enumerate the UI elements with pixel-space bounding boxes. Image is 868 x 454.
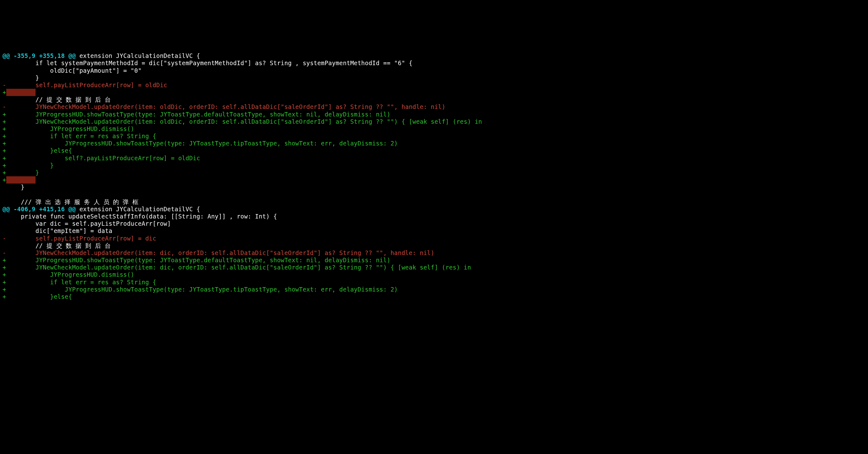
- diff-line[interactable]: + if let err = res as? String {: [2, 133, 866, 140]
- diff-line[interactable]: + JYProgressHUD.showToastType(type: JYTo…: [2, 286, 866, 293]
- diff-line[interactable]: + if let err = res as? String {: [2, 279, 866, 286]
- added-line: + JYNewCheckModel.updateOrder(item: dic,…: [2, 264, 471, 271]
- removed-line: - self.payListProduceArr[row] = dic: [2, 235, 156, 242]
- hunk-header: @@ -406,9 +415,16 @@: [2, 206, 79, 212]
- diff-line[interactable]: // 提 交 数 据 到 后 台: [2, 242, 866, 249]
- context-line: private func updateSelectStaffInfo(data:…: [2, 213, 277, 220]
- diff-line[interactable]: + JYNewCheckModel.updateOrder(item: dic,…: [2, 264, 866, 271]
- diff-line[interactable]: [2, 191, 866, 198]
- hunk-context: extension JYCalculationDetailVC {: [79, 206, 200, 212]
- added-line: + JYProgressHUD.showToastType(type: JYTo…: [2, 257, 391, 263]
- diff-line[interactable]: dic["empItem"] = data: [2, 227, 866, 234]
- context-line: var dic = self.payListProduceArr[row]: [2, 220, 171, 227]
- added-line: + JYProgressHUD.dismiss(): [2, 271, 134, 278]
- diff-line[interactable]: }: [2, 74, 866, 82]
- removed-line: - self.payListProduceArr[row] = oldDic: [2, 82, 167, 88]
- added-line: + JYProgressHUD.showToastType(type: JYTo…: [2, 286, 398, 293]
- diff-line[interactable]: }: [2, 183, 866, 191]
- added-line: + }: [2, 169, 39, 176]
- diff-line[interactable]: if let systemPaymentMethodId = dic["syst…: [2, 59, 866, 67]
- added-line: + JYProgressHUD.showToastType(type: JYTo…: [2, 140, 398, 147]
- diff-line[interactable]: var dic = self.payListProduceArr[row]: [2, 220, 866, 227]
- diff-line[interactable]: + JYProgressHUD.showToastType(type: JYTo…: [2, 257, 866, 264]
- diff-line[interactable]: +: [2, 176, 866, 183]
- added-line: + if let err = res as? String {: [2, 279, 156, 286]
- context-line: [2, 191, 6, 198]
- diff-line[interactable]: + JYProgressHUD.showToastType(type: JYTo…: [2, 140, 866, 147]
- context-line: }: [2, 74, 39, 81]
- removed-line: - JYNewCheckModel.updateOrder(item: dic,…: [2, 249, 434, 256]
- diff-line[interactable]: + JYNewCheckModel.updateOrder(item: oldD…: [2, 118, 866, 125]
- context-line: if let systemPaymentMethodId = dic["syst…: [2, 59, 413, 66]
- diff-line[interactable]: + }: [2, 169, 866, 176]
- trailing-whitespace-marker: [6, 89, 35, 96]
- trailing-whitespace-marker: [6, 176, 35, 183]
- removed-line: - JYNewCheckModel.updateOrder(item: oldD…: [2, 103, 445, 110]
- hunk-header: @@ -355,9 +355,18 @@: [2, 52, 79, 59]
- added-line: + if let err = res as? String {: [2, 133, 156, 140]
- added-line: +: [2, 176, 6, 183]
- added-line: + self?.payListProduceArr[row] = oldDic: [2, 154, 200, 162]
- diff-line[interactable]: + JYProgressHUD.dismiss(): [2, 271, 866, 278]
- added-line: + }: [2, 162, 54, 169]
- diff-line[interactable]: oldDic["payAmount"] = "0": [2, 67, 866, 74]
- diff-line[interactable]: @@ -355,9 +355,18 @@ extension JYCalcula…: [2, 52, 866, 59]
- diff-view: @@ -355,9 +355,18 @@ extension JYCalcula…: [0, 36, 868, 310]
- diff-line[interactable]: private func updateSelectStaffInfo(data:…: [2, 213, 866, 220]
- context-line: // 提 交 数 据 到 后 台: [2, 96, 111, 103]
- diff-line[interactable]: + }else{: [2, 147, 866, 154]
- diff-line[interactable]: - self.payListProduceArr[row] = oldDic: [2, 82, 866, 89]
- diff-line[interactable]: @@ -406,9 +415,16 @@ extension JYCalcula…: [2, 206, 866, 213]
- diff-line[interactable]: + }else{: [2, 293, 866, 300]
- diff-line[interactable]: + JYProgressHUD.dismiss(): [2, 125, 866, 133]
- diff-line[interactable]: + self?.payListProduceArr[row] = oldDic: [2, 154, 866, 162]
- diff-lines-container[interactable]: @@ -355,9 +355,18 @@ extension JYCalcula…: [2, 52, 866, 300]
- added-line: + JYProgressHUD.dismiss(): [2, 125, 134, 132]
- context-line: dic["empItem"] = data: [2, 227, 112, 234]
- diff-line[interactable]: + }: [2, 162, 866, 169]
- diff-line[interactable]: /// 弹 出 选 择 服 务 人 员 的 弹 框: [2, 198, 866, 206]
- context-line: // 提 交 数 据 到 后 台: [2, 242, 111, 249]
- added-line: + }else{: [2, 293, 72, 300]
- hunk-context: extension JYCalculationDetailVC {: [79, 52, 200, 59]
- added-line: + JYNewCheckModel.updateOrder(item: oldD…: [2, 118, 482, 125]
- added-line: + }else{: [2, 147, 72, 154]
- added-line: + JYProgressHUD.showToastType(type: JYTo…: [2, 111, 391, 118]
- context-line: }: [2, 183, 25, 191]
- diff-line[interactable]: - JYNewCheckModel.updateOrder(item: dic,…: [2, 249, 866, 257]
- diff-line[interactable]: + JYProgressHUD.showToastType(type: JYTo…: [2, 111, 866, 118]
- context-line: oldDic["payAmount"] = "0": [2, 67, 142, 74]
- context-line: /// 弹 出 选 择 服 务 人 员 的 弹 框: [2, 198, 138, 205]
- diff-line[interactable]: // 提 交 数 据 到 后 台: [2, 96, 866, 103]
- diff-line[interactable]: - JYNewCheckModel.updateOrder(item: oldD…: [2, 103, 866, 111]
- diff-line[interactable]: - self.payListProduceArr[row] = dic: [2, 235, 866, 242]
- diff-line[interactable]: +: [2, 89, 866, 96]
- added-line: +: [2, 89, 6, 96]
